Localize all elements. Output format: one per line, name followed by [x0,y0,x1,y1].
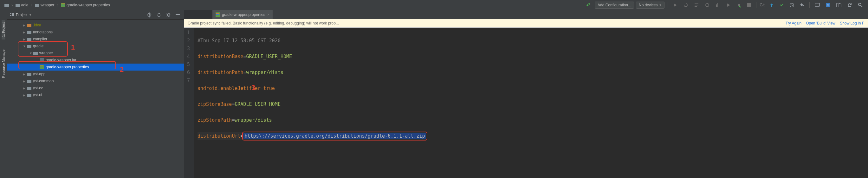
banner-message: Gradle project sync failed. Basic functi… [188,21,781,25]
editor-body[interactable]: 1 2 3 4 5 6 7 #Thu Sep 17 12:58:05 CST 2… [184,28,868,178]
folder-icon [35,3,39,7]
line-number: 3 [187,45,190,53]
breadcrumb-item-1[interactable]: adle [14,2,30,8]
line-number: 2 [187,37,190,45]
svg-rect-4 [694,5,699,5]
panel-header-actions [146,11,181,19]
open-build-view-link[interactable]: Open 'Build' View [806,21,835,25]
breadcrumb-item-3[interactable]: gradle-wrapper.properties [60,2,111,8]
sidebar-tab-project[interactable]: 1: Project [2,20,5,40]
git-rollback-icon[interactable] [798,2,806,8]
distribution-url-value: https\://services.gradle.org/distributio… [244,133,426,139]
breadcrumb-label: adle [21,3,29,7]
device-manager-icon[interactable] [834,2,843,8]
code-val: wrapper/dists [235,117,272,123]
folder-icon [27,36,32,42]
chevron-right-icon: › [11,3,13,8]
svg-rect-12 [815,3,819,6]
attach-debugger-icon[interactable] [735,2,743,8]
avd-manager-icon[interactable] [813,2,822,8]
combo-label: No devices [639,3,657,7]
chevron-right-icon: › [31,3,32,8]
hammer-icon[interactable] [584,2,593,8]
tree-item-wrapper[interactable]: ▼wrapper [7,50,184,57]
project-tree[interactable]: ▶.idea ▶annotations ▶compiler ▼gradle ▼w… [7,20,184,178]
svg-point-9 [738,4,740,6]
apply-code-icon[interactable] [692,2,701,8]
sidebar-tab-label: Resource Manager [2,48,5,78]
sidebar-tab-resource-manager[interactable]: Resource Manager [2,46,5,81]
svg-rect-1 [62,3,65,4]
apply-changes-icon[interactable] [681,2,690,8]
git-commit-icon[interactable] [778,2,786,8]
tree-label: compiler [33,37,47,41]
gear-icon[interactable] [165,11,172,19]
svg-point-29 [167,14,169,16]
tree-item-yst-app[interactable]: ▶yst-app [7,71,184,78]
breadcrumb-item-2[interactable]: wrapper [34,2,56,8]
breadcrumb: › adle › wrapper › gradle-wrapper.proper… [3,2,584,8]
svg-rect-37 [40,67,43,68]
close-icon[interactable]: × [267,12,270,17]
code-content[interactable]: #Thu Sep 17 12:58:05 CST 2020 distributi… [194,28,429,178]
editor-tab-unknown[interactable] [184,10,212,19]
locate-icon[interactable] [146,11,153,19]
chevron-right-icon: ▶ [23,73,27,76]
try-again-link[interactable]: Try Again [785,21,801,25]
folder-icon [27,85,32,91]
tree-item-yst-common[interactable]: ▶yst-common [7,78,184,84]
svg-rect-2 [62,5,65,5]
svg-rect-17 [839,4,841,7]
svg-line-19 [861,6,862,7]
tab-label: gradle-wrapper.properties [222,12,265,17]
editor-tab-bar: gradle-wrapper.properties × [184,10,868,19]
folder-icon [27,23,32,28]
breadcrumb-label: gradle-wrapper.properties [67,3,110,7]
line-number: 5 [187,61,190,69]
sdk-manager-icon[interactable]: G [824,2,833,8]
properties-file-icon [39,65,44,70]
folder-icon [27,78,32,84]
tree-item-gradle[interactable]: ▼gradle [7,43,184,50]
tree-item-jar[interactable]: gradle-wrapper.jar [7,57,184,63]
code-val: wrapper/dists [246,70,283,75]
search-icon[interactable] [856,2,865,8]
code-key: zipStoreBase [197,101,232,107]
show-log-link[interactable]: Show Log in F [840,21,864,25]
device-dropdown[interactable]: No devices▼ [636,2,664,8]
run-icon[interactable] [724,2,733,8]
breadcrumb-root[interactable] [3,2,10,8]
code-key: zipStorePath [197,117,232,123]
tree-label: gradle-wrapper.jar [45,58,76,62]
tree-item-yst-ec[interactable]: ▶yst-ec [7,84,184,92]
editor-tab-properties[interactable]: gradle-wrapper.properties × [212,10,273,19]
top-toolbar: › adle › wrapper › gradle-wrapper.proper… [0,0,868,10]
tree-item-yst-ui[interactable]: ▶yst-ui [7,92,184,99]
git-update-icon[interactable] [768,2,776,8]
hide-icon[interactable] [174,11,181,19]
run-icon[interactable] [671,2,679,8]
expand-all-icon[interactable] [155,11,162,19]
tree-item-idea[interactable]: ▶.idea [7,22,184,29]
tree-item-compiler[interactable]: ▶compiler [7,35,184,43]
profiler-icon[interactable] [714,2,722,8]
tree-item-properties[interactable]: gradle-wrapper.properties [7,63,184,71]
debug-icon[interactable] [703,2,712,8]
project-panel-title[interactable]: Project ▼ [9,12,146,18]
tree-label: annotations [33,30,53,34]
svg-rect-30 [176,14,180,15]
add-configuration-dropdown[interactable]: Add Configuration... [595,2,634,8]
tree-label: gradle [33,44,43,48]
code-key: distributionUrl [197,133,240,139]
tree-item-annotations[interactable]: ▶annotations [7,29,184,35]
code-eq: = [244,70,246,75]
line-number: 7 [187,77,190,84]
chevron-down-icon: ▼ [659,3,662,7]
git-history-icon[interactable] [788,2,796,8]
svg-rect-13 [816,7,818,7]
stop-icon[interactable] [745,2,753,8]
properties-file-icon [61,3,65,7]
svg-rect-33 [40,60,43,60]
svg-rect-34 [40,61,43,61]
sync-icon[interactable] [845,2,854,8]
